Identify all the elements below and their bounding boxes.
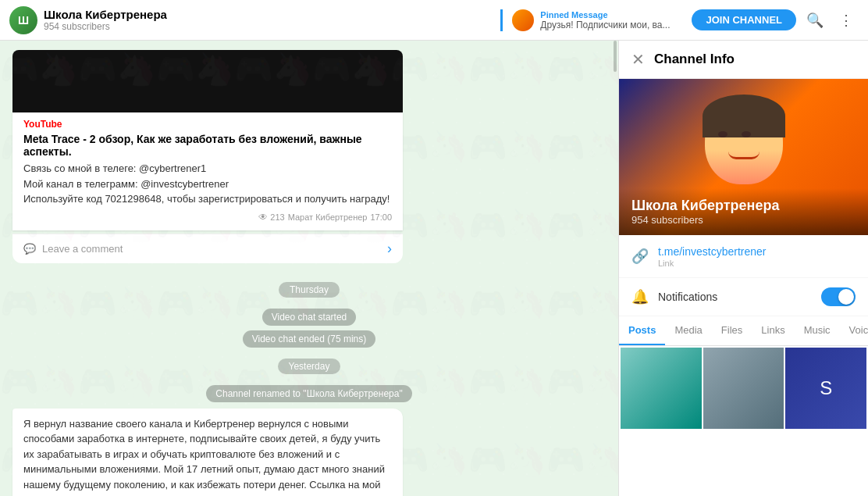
msg-time: 17:00 bbox=[370, 212, 392, 222]
header-icons: JOIN CHANNEL 🔍 ⋮ bbox=[692, 8, 859, 33]
link-content: t.me/investcybertrener Link bbox=[658, 244, 767, 268]
thumbnail-item-2[interactable] bbox=[703, 348, 784, 429]
msg-author: Марат Кибертренер bbox=[288, 212, 368, 222]
link-row: 🔗 t.me/investcybertrener Link bbox=[619, 235, 868, 278]
scrollbar-thumb[interactable] bbox=[614, 41, 617, 72]
cover-overlay: Школа Кибертренера 954 subscribers bbox=[619, 188, 868, 235]
cover-subscribers: 954 subscribers bbox=[631, 214, 856, 226]
channel-info-left: Школа Кибертренера 954 subscribers bbox=[44, 8, 494, 32]
channel-cover-image: Школа Кибертренера 954 subscribers bbox=[619, 79, 868, 235]
notifications-label: Notifications bbox=[658, 291, 812, 303]
more-options-button[interactable]: ⋮ bbox=[834, 8, 859, 33]
comment-icon: 💬 bbox=[23, 243, 36, 255]
subscriber-count: 954 subscribers bbox=[44, 21, 494, 32]
link-sublabel: Link bbox=[658, 259, 767, 268]
pinned-content: Pinned Message Друзья! Подписчики мои, в… bbox=[540, 10, 670, 30]
long-message-text: Я вернул название своего канала и Киберт… bbox=[23, 416, 392, 497]
comment-label: Leave a comment bbox=[42, 243, 123, 255]
leave-comment-btn-1[interactable]: 💬 Leave a comment › bbox=[12, 234, 403, 263]
day-separator-yesterday: Yesterday bbox=[12, 352, 606, 380]
eyes bbox=[718, 131, 751, 137]
day-separator-thursday: Thursday bbox=[12, 276, 606, 304]
msg-meta: 👁 213 Марат Кибертренер 17:00 bbox=[23, 212, 392, 223]
top-header: Ш Школа Кибертренера 954 subscribers Pin… bbox=[0, 0, 868, 41]
day-badge-yesterday: Yesterday bbox=[278, 359, 341, 374]
eye-icon: 👁 bbox=[258, 212, 268, 223]
channel-link-info[interactable]: t.me/investcybertrener bbox=[658, 245, 767, 258]
system-badge-ended: Video chat ended (75 mins) bbox=[243, 330, 376, 348]
youtube-label: YouTube bbox=[23, 119, 392, 130]
message-bubble-text: Я вернул название своего канала и Киберт… bbox=[12, 409, 403, 497]
system-badge-started: Video chat started bbox=[262, 309, 357, 326]
view-count: 👁 213 bbox=[258, 212, 284, 223]
tab-posts[interactable]: Posts bbox=[619, 316, 665, 345]
search-button[interactable]: 🔍 bbox=[802, 8, 827, 33]
pinned-message-bar[interactable]: Pinned Message Друзья! Подписчики мои, в… bbox=[500, 9, 679, 31]
message-bubble-youtube: YouTube Meta Trace - 2 обзор, Как же зар… bbox=[12, 112, 403, 230]
tab-media[interactable]: Media bbox=[665, 316, 711, 345]
tab-music[interactable]: Music bbox=[795, 316, 840, 345]
system-channel-renamed: Channel renamed to "Школа Кибертренера" bbox=[12, 385, 606, 402]
tab-links[interactable]: Links bbox=[752, 316, 794, 345]
close-panel-button[interactable]: ✕ bbox=[631, 50, 645, 69]
pinned-preview: Друзья! Подписчики мои, ва... bbox=[540, 20, 670, 30]
day-badge: Thursday bbox=[279, 282, 340, 298]
pinned-avatar bbox=[512, 9, 534, 31]
mouth bbox=[728, 152, 760, 159]
content-tabs: Posts Media Files Links Music Voice bbox=[619, 316, 868, 346]
link-icon: 🔗 bbox=[631, 248, 649, 265]
eye-left bbox=[718, 131, 727, 137]
video-preview-thumbnail bbox=[12, 50, 403, 112]
bell-icon: 🔔 bbox=[631, 288, 649, 305]
thumbnail-item-3[interactable]: S bbox=[785, 348, 866, 429]
notifications-row: 🔔 Notifications bbox=[619, 278, 868, 316]
system-video-started: Video chat started bbox=[12, 309, 606, 326]
channel-avatar: Ш bbox=[9, 6, 37, 34]
toggle-thumb bbox=[838, 289, 854, 305]
comment-icon-text: 💬 Leave a comment bbox=[23, 243, 123, 255]
system-video-ended: Video chat ended (75 mins) bbox=[12, 330, 606, 348]
chat-area[interactable]: YouTube Meta Trace - 2 обзор, Как же зар… bbox=[0, 41, 618, 496]
join-channel-button[interactable]: JOIN CHANNEL bbox=[692, 9, 796, 30]
msg-text-lines: Связь со мной в телеге: @cybertrener1 Мо… bbox=[23, 161, 392, 207]
tab-files[interactable]: Files bbox=[712, 316, 752, 345]
tab-voice[interactable]: Voice bbox=[840, 316, 868, 345]
comment-arrow-icon: › bbox=[387, 241, 392, 257]
media-thumbnail-grid: S bbox=[619, 346, 868, 496]
pinned-label: Pinned Message bbox=[540, 10, 670, 20]
cover-channel-name: Школа Кибертренера bbox=[631, 198, 856, 214]
channel-name: Школа Кибертренера bbox=[44, 8, 494, 21]
main-area: YouTube Meta Trace - 2 обзор, Как же зар… bbox=[0, 41, 868, 496]
scrollbar-track[interactable] bbox=[612, 41, 617, 496]
panel-header: ✕ Channel Info bbox=[619, 41, 868, 79]
channel-info-panel: ✕ Channel Info bbox=[618, 41, 868, 496]
msg-title: Meta Trace - 2 обзор, Как же заработать … bbox=[23, 133, 392, 158]
panel-title: Channel Info bbox=[654, 52, 735, 67]
eye-right bbox=[742, 131, 751, 137]
system-badge-renamed: Channel renamed to "Школа Кибертренера" bbox=[206, 385, 411, 402]
thumbnail-item-1[interactable] bbox=[621, 348, 702, 429]
notifications-toggle[interactable] bbox=[821, 287, 856, 306]
